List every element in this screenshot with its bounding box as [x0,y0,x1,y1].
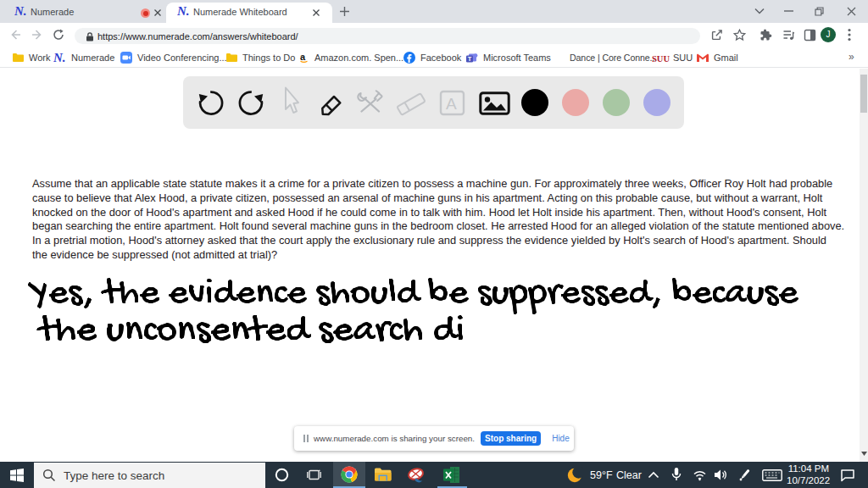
svg-text:T: T [468,55,472,63]
svg-text:N.: N. [14,5,26,17]
svg-text:SUU: SUU [652,53,670,63]
svg-text:a: a [300,52,306,62]
svg-text:N.: N. [53,52,66,64]
svg-text:N.: N. [177,5,189,17]
